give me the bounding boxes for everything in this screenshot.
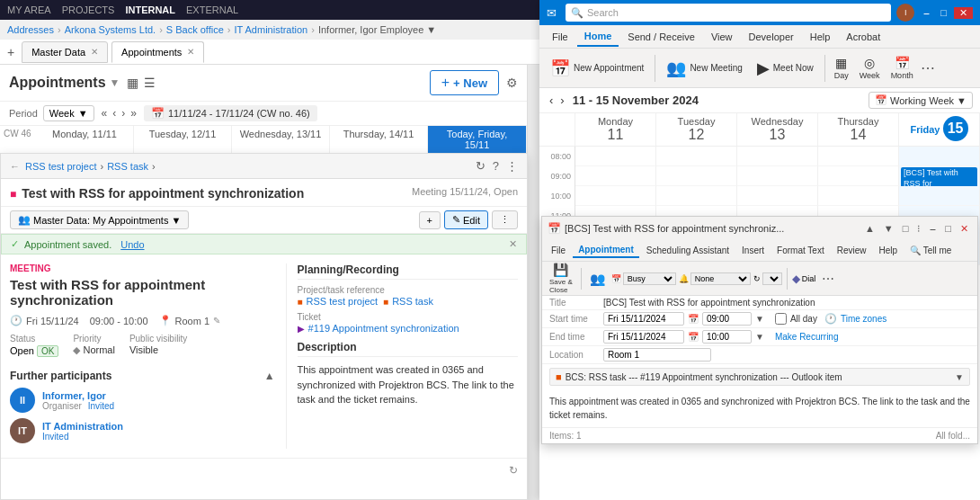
outlook-tab-developer[interactable]: Developer [742, 28, 801, 46]
tab-master-data[interactable]: Master Data ✕ [22, 41, 108, 63]
maximize-button[interactable]: □ [937, 7, 950, 18]
nav-my-area[interactable]: MY AREA [7, 4, 51, 15]
project-link[interactable]: ■ RSS test project [298, 296, 379, 307]
nav-prev[interactable]: ‹ [111, 107, 118, 120]
ol-cell-fri-8[interactable] [899, 147, 980, 166]
time-zones-label[interactable]: Time zones [841, 314, 886, 324]
popup-end-cal-icon[interactable]: 📅 [688, 332, 699, 342]
outlook-tab-home[interactable]: Home [577, 27, 619, 47]
outlook-search-box[interactable]: 🔍 Search [566, 4, 891, 22]
popup-save-btn[interactable]: 💾 Save &Close [546, 262, 576, 295]
ol-cell-thu-8[interactable] [818, 147, 899, 166]
more-popup-options[interactable]: ⋯ [822, 272, 834, 286]
saved-close-button[interactable]: ✕ [509, 238, 517, 250]
tab-appointments-close[interactable]: ✕ [187, 47, 194, 57]
week-view-btn[interactable]: ◎ Week [856, 54, 884, 82]
tab-appointments[interactable]: Appointments ✕ [111, 41, 204, 63]
popup-maximize-btn[interactable]: □ [941, 223, 955, 235]
end-time-dropdown[interactable]: ▼ [755, 332, 764, 342]
month-view-btn[interactable]: 📅 Month [887, 54, 917, 82]
ol-cell-fri-9[interactable]: [BCS] Test with RSS for appointment Room… [899, 166, 980, 186]
popup-tab-review[interactable]: Review [832, 244, 872, 257]
popup-tab-file[interactable]: File [546, 244, 571, 257]
ol-cell-fri-10[interactable] [899, 186, 980, 206]
popup-close-btn[interactable]: ✕ [957, 223, 972, 235]
popup-tab-tell-me[interactable]: 🔍 Tell me [904, 244, 957, 257]
new-appointment-btn[interactable]: 📅 New Appointment [545, 55, 649, 82]
popup-minimize-btn[interactable]: ‒ [926, 223, 940, 235]
popup-end-time-input[interactable] [702, 330, 752, 344]
reminder-select[interactable]: None 15 minutes 30 minutes [690, 272, 751, 285]
participant-name-0[interactable]: Informer, Igor [42, 390, 275, 401]
breadcrumb-project-link[interactable]: RSS test project [25, 161, 96, 172]
ol-cell-wed-9[interactable] [737, 166, 818, 186]
popup-restore-btn[interactable]: ⁝ [913, 223, 924, 235]
more-options-icon[interactable]: ⋮ [506, 159, 518, 173]
ol-cell-mon-8[interactable] [575, 147, 656, 166]
meet-now-btn[interactable]: ▶ Meet Now [752, 55, 819, 82]
popup-tab-insert[interactable]: Insert [736, 244, 770, 257]
master-data-tab[interactable]: 👥 Master Data: My Appointments ▼ [10, 210, 189, 229]
popup-tab-format[interactable]: Format Text [771, 244, 830, 257]
popup-expand-btn[interactable]: □ [899, 223, 913, 235]
nav-projects[interactable]: PROJECTS [62, 4, 115, 15]
help-detail-icon[interactable]: ? [493, 159, 499, 173]
sync-icon[interactable]: ↻ [509, 464, 518, 477]
ol-cell-wed-8[interactable] [737, 147, 818, 166]
outlook-user-avatar[interactable]: I [896, 4, 914, 22]
popup-link-bar[interactable]: ■ BCS: RSS task --- #119 Appointment syn… [549, 368, 970, 386]
more-toolbar-options[interactable]: ⋯ [921, 59, 935, 76]
refresh-icon[interactable]: ↻ [476, 159, 486, 173]
edit-button[interactable]: ✎ Edit [444, 210, 488, 229]
outlook-tab-file[interactable]: File [545, 28, 575, 46]
ol-cell-tue-9[interactable] [656, 166, 737, 186]
breadcrumb-backoffice[interactable]: S Back office [166, 24, 224, 35]
ol-cell-thu-10[interactable] [818, 186, 899, 206]
new-appointment-button[interactable]: + + New [430, 70, 499, 95]
ol-cell-tue-10[interactable] [656, 186, 737, 206]
popup-tab-appointment[interactable]: Appointment [573, 243, 639, 258]
popup-tab-scheduling[interactable]: Scheduling Assistant [641, 244, 735, 257]
undo-button[interactable]: Undo [120, 239, 144, 250]
popup-end-date-input[interactable] [603, 330, 684, 344]
outlook-tab-help[interactable]: Help [803, 28, 838, 46]
popup-location-input[interactable] [603, 348, 711, 362]
ol-cell-wed-10[interactable] [737, 186, 818, 206]
popup-up-btn[interactable]: ▲ [861, 223, 878, 235]
add-button[interactable]: + [419, 211, 441, 229]
outlook-tab-acrobat[interactable]: Acrobat [839, 28, 887, 46]
nav-first[interactable]: « [100, 107, 110, 120]
popup-tab-help[interactable]: Help [873, 244, 903, 257]
ol-cell-mon-9[interactable] [575, 166, 656, 186]
ol-cell-mon-10[interactable] [575, 186, 656, 206]
popup-status-select[interactable]: 📅 Busy Free Tentative [611, 272, 676, 285]
appointments-settings-icon[interactable]: ⚙ [506, 76, 518, 90]
popup-down-btn[interactable]: ▼ [880, 223, 897, 235]
task-link[interactable]: ■ RSS task [383, 296, 433, 307]
ol-cell-thu-9[interactable] [818, 166, 899, 186]
tab-master-data-close[interactable]: ✕ [91, 47, 98, 57]
more-button[interactable]: ⋮ [492, 210, 518, 229]
busy-select[interactable]: Busy Free Tentative [623, 272, 676, 285]
view-select[interactable]: 📅 Working Week ▼ [869, 92, 973, 109]
location-edit-icon[interactable]: ✎ [213, 316, 220, 326]
tab-plus[interactable]: + [7, 45, 14, 59]
link-bar-dropdown[interactable]: ▼ [955, 372, 964, 382]
popup-start-time-input[interactable] [702, 312, 752, 326]
minimize-button[interactable]: ‒ [920, 7, 933, 19]
recurrence-select[interactable] [762, 272, 782, 285]
ticket-link[interactable]: ▶ #119 Appointment synchronization [298, 323, 518, 334]
grid-view-icon[interactable]: ▦ [127, 76, 138, 90]
nav-next[interactable]: › [120, 107, 127, 120]
cal-prev[interactable]: ‹ [547, 93, 556, 108]
breadcrumb-company[interactable]: Arkona Systems Ltd. [65, 24, 156, 35]
outlook-tab-send[interactable]: Send / Receive [620, 28, 702, 46]
nav-last[interactable]: » [129, 107, 138, 120]
nav-external[interactable]: EXTERNAL [186, 4, 238, 15]
time-zones-icon[interactable]: 🕐 [824, 313, 837, 325]
close-button[interactable]: ✕ [954, 7, 973, 19]
start-time-dropdown[interactable]: ▼ [755, 314, 764, 324]
participants-collapse-icon[interactable]: ▲ [264, 370, 275, 382]
nav-internal[interactable]: INTERNAL [125, 4, 175, 15]
new-meeting-btn[interactable]: 👥 New Meeting [661, 55, 747, 82]
